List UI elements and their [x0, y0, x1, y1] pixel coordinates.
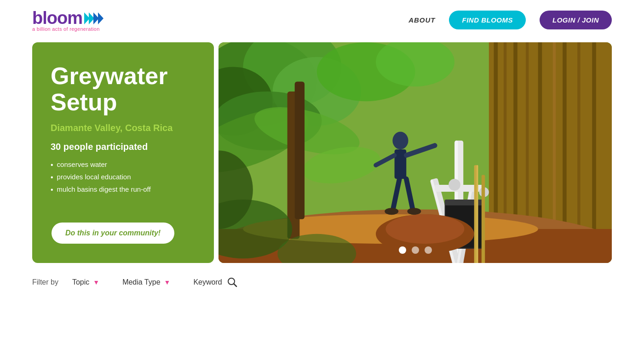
topic-arrow-icon: ▼ [93, 279, 99, 286]
keyword-section: Keyword [193, 277, 237, 288]
logo-word: bloom [32, 8, 82, 28]
svg-marker-3 [98, 12, 104, 24]
header: bloom a billion acts of regeneration ABO… [0, 0, 644, 40]
bullet-item: conserves water [51, 160, 196, 170]
hero-image [218, 42, 612, 263]
keyword-label: Keyword [193, 278, 222, 286]
svg-point-48 [385, 208, 398, 215]
card-title: Greywater Setup [51, 63, 196, 115]
bullet-item: provides local education [51, 173, 196, 183]
svg-rect-41 [445, 200, 484, 206]
carousel-dot-2[interactable] [412, 246, 419, 254]
login-join-button[interactable]: LOGIN / JOIN [540, 11, 612, 29]
media-type-label: Media Type [122, 278, 160, 286]
find-blooms-button[interactable]: FIND BLOOMS [449, 11, 526, 29]
svg-rect-27 [295, 82, 305, 219]
logo: bloom a billion acts of regeneration [32, 8, 107, 32]
svg-point-42 [392, 132, 408, 149]
logo-tagline: a billion acts of regeneration [32, 26, 100, 32]
media-type-arrow-icon: ▼ [164, 279, 171, 286]
bullet-item: mulch basins digest the run-off [51, 185, 196, 195]
hero-card: Greywater Setup Diamante Valley, Costa R… [32, 42, 214, 263]
logo-arrows-icon [84, 10, 107, 27]
svg-rect-57 [482, 175, 485, 263]
topic-label: Topic [72, 278, 89, 286]
media-type-dropdown[interactable]: Media Type ▼ [122, 278, 170, 286]
about-link[interactable]: ABOUT [408, 16, 435, 24]
topic-dropdown[interactable]: Topic ▼ [72, 278, 99, 286]
nav: ABOUT FIND BLOOMS LOGIN / JOIN [408, 11, 612, 29]
svg-rect-56 [477, 165, 478, 263]
carousel-dot-1[interactable] [399, 246, 406, 254]
search-icon[interactable] [227, 277, 238, 288]
svg-point-37 [448, 179, 460, 191]
carousel-dots [399, 246, 432, 254]
filter-bar: Filter by Topic ▼ Media Type ▼ Keyword [0, 267, 644, 298]
svg-point-51 [385, 214, 464, 244]
cta-button[interactable]: Do this in your community! [51, 222, 175, 245]
svg-point-49 [407, 208, 421, 215]
card-participants: 30 people participated [51, 142, 196, 152]
carousel-dot-3[interactable] [425, 246, 432, 254]
main-content: Greywater Setup Diamante Valley, Costa R… [0, 42, 644, 263]
card-location: Diamante Valley, Costa Rica [51, 123, 196, 133]
svg-line-59 [234, 284, 236, 287]
filter-by-label: Filter by [32, 278, 58, 286]
card-bullets: conserves water provides local education… [51, 160, 196, 194]
